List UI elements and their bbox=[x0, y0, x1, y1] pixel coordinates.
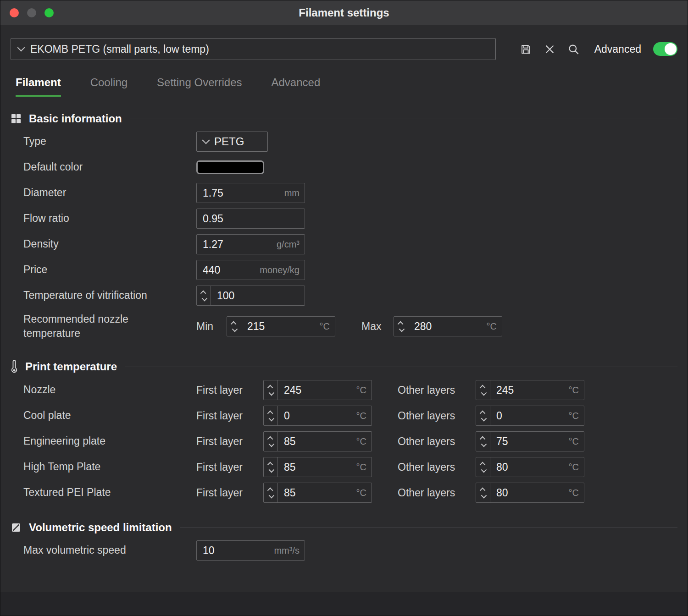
other-layers-spinner[interactable]: 75 °C bbox=[476, 431, 584, 451]
field-value: 80 bbox=[490, 487, 508, 499]
minimize-window-button[interactable] bbox=[27, 8, 36, 17]
chevron-down-icon[interactable] bbox=[201, 295, 207, 301]
chevron-up-icon[interactable] bbox=[230, 321, 236, 327]
chevron-up-icon[interactable] bbox=[479, 487, 485, 493]
spinner-buttons[interactable] bbox=[227, 317, 241, 336]
chevron-up-icon[interactable] bbox=[200, 290, 206, 296]
chevron-down-icon[interactable] bbox=[481, 467, 487, 473]
spinner-buttons[interactable] bbox=[264, 380, 278, 400]
chevron-up-icon[interactable] bbox=[479, 462, 485, 468]
first-layer-label: First layer bbox=[196, 435, 263, 448]
field-unit: °C bbox=[569, 462, 584, 473]
first-layer-spinner[interactable]: 85 °C bbox=[263, 431, 372, 451]
field-row-diameter: Diameter 1.75 mm bbox=[11, 180, 677, 206]
title-bar: Filament settings bbox=[0, 0, 688, 25]
max-volumetric-speed-input[interactable]: 10 mm³/s bbox=[196, 540, 305, 561]
zoom-window-button[interactable] bbox=[44, 8, 54, 17]
chevron-down-icon[interactable] bbox=[481, 441, 487, 447]
field-value: 280 bbox=[408, 320, 432, 333]
tab-setting-overrides[interactable]: Setting Overrides bbox=[157, 76, 242, 97]
first-layer-spinner[interactable]: 85 °C bbox=[263, 457, 372, 477]
other-layers-spinner[interactable]: 245 °C bbox=[476, 380, 584, 400]
field-unit: money/kg bbox=[260, 265, 305, 275]
search-button[interactable] bbox=[567, 43, 580, 55]
other-layers-spinner[interactable]: 0 °C bbox=[476, 406, 584, 426]
advanced-toggle[interactable] bbox=[653, 42, 677, 56]
field-label: Cool plate bbox=[11, 408, 196, 423]
chevron-down-icon[interactable] bbox=[268, 467, 274, 473]
nozzle-temp-min-spinner[interactable]: 215 °C bbox=[227, 316, 335, 336]
chevron-down-icon[interactable] bbox=[481, 415, 487, 421]
chevron-down-icon[interactable] bbox=[481, 492, 487, 498]
spinner-buttons[interactable] bbox=[264, 406, 278, 425]
print-temp-row-engineering-plate: Engineering plate First layer 85 °C Othe… bbox=[11, 429, 677, 454]
field-label: Flow ratio bbox=[11, 211, 196, 226]
preset-select[interactable]: EKOMB PETG (small parts, low temp) bbox=[11, 38, 496, 60]
spinner-buttons[interactable] bbox=[476, 457, 490, 477]
field-row-price: Price 440 money/kg bbox=[11, 257, 677, 283]
chevron-down-icon bbox=[202, 137, 210, 144]
other-layers-label: Other layers bbox=[398, 461, 476, 473]
field-value: 215 bbox=[241, 320, 265, 333]
spinner-buttons[interactable] bbox=[476, 406, 490, 425]
chevron-down-icon[interactable] bbox=[268, 390, 274, 396]
chevron-down-icon[interactable] bbox=[399, 326, 405, 332]
vitrification-spinner[interactable]: 100 bbox=[196, 286, 305, 306]
other-layers-spinner[interactable]: 80 °C bbox=[476, 483, 584, 503]
field-unit: °C bbox=[487, 321, 502, 332]
field-label: High Temp Plate bbox=[11, 460, 196, 474]
volumetric-speed-icon bbox=[11, 522, 22, 533]
tab-advanced[interactable]: Advanced bbox=[272, 76, 321, 97]
tab-cooling[interactable]: Cooling bbox=[90, 76, 128, 97]
spinner-buttons[interactable] bbox=[264, 483, 278, 502]
type-select[interactable]: PETG bbox=[196, 132, 268, 152]
chevron-up-icon[interactable] bbox=[397, 321, 403, 327]
save-preset-button[interactable] bbox=[520, 43, 532, 55]
price-input[interactable]: 440 money/kg bbox=[196, 260, 305, 280]
chevron-down-icon bbox=[17, 44, 25, 52]
field-value: 1.75 bbox=[197, 187, 223, 199]
chevron-up-icon[interactable] bbox=[479, 436, 485, 442]
first-layer-spinner[interactable]: 245 °C bbox=[263, 380, 372, 400]
first-layer-label: First layer bbox=[196, 487, 263, 499]
chevron-down-icon[interactable] bbox=[268, 492, 274, 498]
chevron-down-icon[interactable] bbox=[232, 326, 238, 332]
spinner-buttons[interactable] bbox=[264, 432, 278, 451]
flow-ratio-input[interactable]: 0.95 bbox=[196, 209, 305, 229]
chevron-up-icon[interactable] bbox=[267, 436, 273, 442]
chevron-down-icon[interactable] bbox=[268, 441, 274, 447]
spinner-buttons[interactable] bbox=[476, 483, 490, 502]
field-value: 1.27 bbox=[197, 238, 223, 251]
field-unit: °C bbox=[356, 411, 372, 421]
chevron-down-icon[interactable] bbox=[481, 390, 487, 396]
spinner-buttons[interactable] bbox=[476, 380, 490, 400]
chevron-up-icon[interactable] bbox=[267, 385, 273, 390]
chevron-up-icon[interactable] bbox=[267, 410, 273, 416]
first-layer-spinner[interactable]: 0 °C bbox=[263, 406, 372, 426]
field-unit: g/cm³ bbox=[277, 239, 305, 250]
default-color-swatch[interactable] bbox=[196, 160, 264, 174]
diameter-input[interactable]: 1.75 mm bbox=[196, 183, 305, 203]
print-temp-row-cool-plate: Cool plate First layer 0 °C Other layers… bbox=[11, 403, 677, 429]
delete-preset-button[interactable] bbox=[544, 44, 555, 55]
section-print-temperature: Print temperature bbox=[11, 360, 677, 374]
close-window-button[interactable] bbox=[10, 8, 19, 17]
spinner-buttons[interactable] bbox=[394, 317, 408, 336]
chevron-up-icon[interactable] bbox=[479, 385, 485, 390]
other-layers-spinner[interactable]: 80 °C bbox=[476, 457, 584, 477]
grid-icon bbox=[11, 113, 22, 124]
spinner-buttons[interactable] bbox=[197, 286, 211, 305]
first-layer-spinner[interactable]: 85 °C bbox=[263, 483, 372, 503]
toggle-knob bbox=[665, 43, 677, 55]
spinner-buttons[interactable] bbox=[264, 457, 278, 477]
thermometer-icon bbox=[11, 360, 18, 374]
chevron-up-icon[interactable] bbox=[479, 410, 485, 416]
chevron-down-icon[interactable] bbox=[268, 415, 274, 421]
field-unit: °C bbox=[569, 488, 584, 498]
spinner-buttons[interactable] bbox=[476, 432, 490, 451]
chevron-up-icon[interactable] bbox=[267, 487, 273, 493]
chevron-up-icon[interactable] bbox=[267, 462, 273, 468]
tab-filament[interactable]: Filament bbox=[16, 76, 61, 97]
density-input[interactable]: 1.27 g/cm³ bbox=[196, 234, 305, 254]
nozzle-temp-max-spinner[interactable]: 280 °C bbox=[394, 316, 502, 336]
